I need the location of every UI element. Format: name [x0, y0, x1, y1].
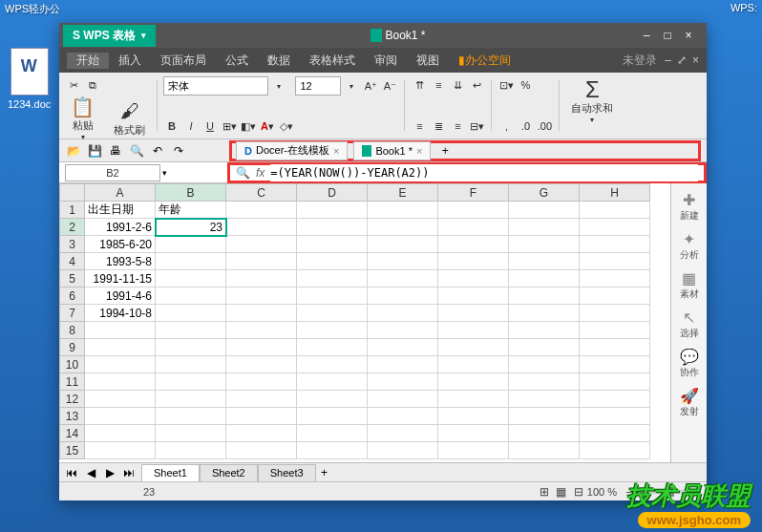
cell-A4[interactable]: 1993-5-8 — [85, 253, 156, 270]
menu-start[interactable]: 开始 — [67, 53, 109, 69]
open-icon[interactable]: 📂 — [65, 142, 82, 160]
cell-A7[interactable]: 1994-10-8 — [85, 305, 156, 322]
merge-cells-button[interactable]: ⊟▾ — [468, 117, 485, 135]
cell-C15[interactable] — [226, 442, 297, 459]
cell-A1[interactable]: 出生日期 — [85, 202, 156, 219]
view-page-icon[interactable]: ▦ — [553, 483, 570, 500]
zoom-out-button[interactable]: – — [621, 483, 638, 500]
cell-E1[interactable] — [368, 202, 438, 219]
cell-D2[interactable] — [297, 219, 368, 236]
row-header-2[interactable]: 2 — [60, 219, 85, 236]
redo-icon[interactable]: ↷ — [170, 142, 187, 160]
zoom-slider[interactable] — [642, 490, 699, 494]
doc-tab-book1[interactable]: Book1 * × — [353, 141, 431, 160]
col-header-E[interactable]: E — [368, 184, 438, 202]
clear-format-button[interactable]: ◇▾ — [278, 117, 295, 135]
cell-B14[interactable] — [156, 425, 226, 442]
increase-decimal-button[interactable]: .0 — [517, 117, 534, 135]
cell-B1[interactable]: 年龄 — [156, 202, 226, 219]
cell-B4[interactable] — [156, 253, 226, 270]
cell-G13[interactable] — [509, 408, 580, 425]
row-header-15[interactable]: 15 — [60, 442, 85, 459]
cell-A11[interactable] — [85, 373, 156, 391]
align-top-icon[interactable]: ⇈ — [411, 76, 428, 94]
dropdown-icon[interactable]: ▾ — [270, 77, 287, 95]
cell-D12[interactable] — [297, 391, 368, 408]
row-header-3[interactable]: 3 — [60, 236, 85, 253]
side-collab[interactable]: 💬协作 — [680, 348, 699, 379]
col-header-C[interactable]: C — [226, 184, 297, 202]
cell-E10[interactable] — [368, 356, 438, 373]
zoom-formula-icon[interactable]: 🔍 — [236, 166, 250, 180]
paste-button[interactable]: 📋粘贴▾ — [65, 94, 100, 143]
cell-H12[interactable] — [580, 391, 650, 408]
save-icon[interactable]: 💾 — [86, 142, 103, 160]
window-close-button[interactable]: × — [692, 53, 699, 67]
cell-H8[interactable] — [580, 322, 650, 339]
menu-table-style[interactable]: 表格样式 — [300, 53, 365, 69]
cell-A10[interactable] — [85, 356, 156, 373]
desktop-file-icon[interactable]: 1234.doc — [8, 48, 51, 110]
cell-C1[interactable] — [226, 202, 297, 219]
view-break-icon[interactable]: ⊟ — [570, 483, 587, 500]
cell-E8[interactable] — [368, 322, 438, 339]
cell-G9[interactable] — [509, 339, 580, 356]
new-tab-button[interactable]: + — [436, 142, 454, 160]
cell-A12[interactable] — [85, 391, 156, 408]
format-painter-button[interactable]: 🖌格式刷 — [108, 98, 151, 139]
row-header-6[interactable]: 6 — [60, 287, 85, 305]
doc-restore-button[interactable]: □ — [661, 29, 674, 42]
decrease-decimal-button[interactable]: .00 — [536, 117, 553, 135]
cell-H14[interactable] — [580, 425, 650, 442]
cut-icon[interactable]: ✂ — [65, 76, 82, 94]
cell-H1[interactable] — [580, 202, 650, 219]
cell-C13[interactable] — [226, 408, 297, 425]
cell-E6[interactable] — [368, 287, 438, 305]
cell-G7[interactable] — [509, 305, 580, 322]
login-status[interactable]: 未登录 — [615, 53, 665, 69]
underline-button[interactable]: U — [201, 117, 219, 135]
cell-D1[interactable] — [297, 202, 368, 219]
select-all-cell[interactable] — [60, 184, 85, 202]
cell-E14[interactable] — [368, 425, 438, 442]
font-size-select[interactable] — [295, 76, 341, 96]
cell-B9[interactable] — [156, 339, 226, 356]
cell-F9[interactable] — [438, 339, 509, 356]
cell-G2[interactable] — [509, 219, 580, 236]
print-preview-icon[interactable]: 🔍 — [128, 142, 145, 160]
cell-F5[interactable] — [438, 270, 509, 287]
cell-H13[interactable] — [580, 408, 650, 425]
sheet-nav-next[interactable]: ▶ — [101, 464, 118, 481]
dropdown-icon[interactable]: ▾ — [343, 77, 360, 95]
cell-B8[interactable] — [156, 322, 226, 339]
cell-A2[interactable]: 1991-2-6 — [85, 219, 156, 236]
sheet-tab-1[interactable]: Sheet1 — [141, 464, 200, 481]
name-box[interactable] — [65, 164, 160, 181]
bold-button[interactable]: B — [163, 117, 180, 135]
cell-G4[interactable] — [509, 253, 580, 270]
cell-H11[interactable] — [580, 373, 650, 391]
row-header-5[interactable]: 5 — [60, 270, 85, 287]
cell-D4[interactable] — [297, 253, 368, 270]
print-icon[interactable]: 🖶 — [107, 142, 124, 160]
doc-close-button[interactable]: × — [682, 29, 695, 42]
cell-C8[interactable] — [226, 322, 297, 339]
close-icon[interactable]: × — [416, 145, 422, 157]
menu-data[interactable]: 数据 — [258, 53, 300, 69]
col-header-H[interactable]: H — [580, 184, 650, 202]
align-left-icon[interactable]: ≡ — [411, 117, 428, 135]
cell-A14[interactable] — [85, 425, 156, 442]
cell-C12[interactable] — [226, 391, 297, 408]
cell-H10[interactable] — [580, 356, 650, 373]
cell-D14[interactable] — [297, 425, 368, 442]
cell-F10[interactable] — [438, 356, 509, 373]
cell-F8[interactable] — [438, 322, 509, 339]
cell-G12[interactable] — [509, 391, 580, 408]
cell-D9[interactable] — [297, 339, 368, 356]
row-header-7[interactable]: 7 — [60, 305, 85, 322]
cell-G3[interactable] — [509, 236, 580, 253]
number-format-button[interactable]: ⊡▾ — [497, 76, 515, 94]
col-header-G[interactable]: G — [509, 184, 580, 202]
cell-D6[interactable] — [297, 287, 368, 305]
cell-F4[interactable] — [438, 253, 509, 270]
